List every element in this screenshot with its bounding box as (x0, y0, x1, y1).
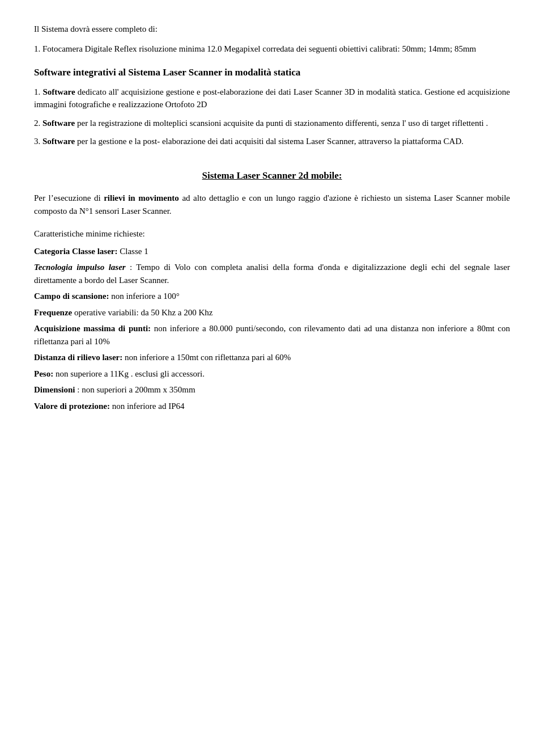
char-distanza: Distanza di rilievo laser: non inferiore… (34, 351, 510, 364)
char-protezione-label: Valore di protezione: (34, 402, 110, 411)
char-tecnologia: Tecnologia impulso laser : Tempo di Volo… (34, 261, 510, 286)
char-frequenze-value: operative variabili: da 50 Khz a 200 Khz (74, 308, 213, 317)
char-protezione-value: non inferiore ad IP64 (112, 402, 185, 411)
item-2-text: Software per la registrazione di moltepl… (42, 119, 488, 128)
software-heading: Software integrativi al Sistema Laser Sc… (34, 65, 510, 80)
char-peso-value: non superiore a 11Kg . esclusi gli acces… (56, 369, 205, 378)
char-dimensioni: Dimensioni : non superiori a 200mm x 350… (34, 383, 510, 396)
software-item-3: 3. Software per la gestione e la post- e… (34, 135, 510, 148)
item-1-number: 1. (34, 87, 42, 96)
intro-line1: Il Sistema dovrà essere completo di: (34, 23, 510, 36)
software-items: 1. Software dedicato all' acquisizione g… (34, 86, 510, 148)
item-1-text: Software dedicato all' acquisizione gest… (34, 87, 510, 109)
item-3-text: Software per la gestione e la post- elab… (42, 137, 464, 146)
software-item-2: 2. Software per la registrazione di molt… (34, 117, 510, 130)
char-campo-value: non inferiore a 100° (111, 292, 180, 301)
char-tecnologia-label: Tecnologia impulso laser (34, 263, 126, 272)
char-peso: Peso: non superiore a 11Kg . esclusi gli… (34, 368, 510, 381)
item-3-number: 3. (34, 137, 42, 146)
char-distanza-label: Distanza di rilievo laser: (34, 353, 122, 362)
char-peso-label: Peso: (34, 369, 53, 378)
item-2-number: 2. (34, 119, 42, 128)
char-campo: Campo di scansione: non inferiore a 100° (34, 290, 510, 303)
char-frequenze: Frequenze operative variabili: da 50 Khz… (34, 306, 510, 319)
char-dimensioni-label: Dimensioni (34, 385, 75, 394)
char-campo-label: Campo di scansione: (34, 292, 109, 301)
char-laser-class-value: Classe 1 (120, 247, 148, 256)
char-acquisizione-label: Acquisizione massima di punti: (34, 324, 151, 333)
char-distanza-value: non inferiore a 150mt con riflettanza pa… (125, 353, 291, 362)
characteristics-list: Categoria Classe laser: Classe 1 Tecnolo… (34, 245, 510, 413)
intro-line2: 1. Fotocamera Digitale Reflex risoluzion… (34, 43, 510, 56)
mobile-section-title: Sistema Laser Scanner 2d mobile: (34, 168, 510, 183)
page-container: Il Sistema dovrà essere completo di: 1. … (34, 23, 510, 412)
characteristics-intro: Caratteristiche minime richieste: (34, 227, 510, 240)
char-dimensioni-value: : non superiori a 200mm x 350mm (77, 385, 195, 394)
char-laser-class: Categoria Classe laser: Classe 1 (34, 245, 510, 258)
char-acquisizione: Acquisizione massima di punti: non infer… (34, 322, 510, 348)
char-laser-class-label: Categoria Classe laser: (34, 247, 117, 256)
software-item-1: 1. Software dedicato all' acquisizione g… (34, 86, 510, 111)
char-frequenze-label: Frequenze (34, 308, 72, 317)
char-protezione: Valore di protezione: non inferiore ad I… (34, 400, 510, 413)
mobile-paragraph1: Per l’esecuzione di rilievi in movimento… (34, 192, 510, 217)
